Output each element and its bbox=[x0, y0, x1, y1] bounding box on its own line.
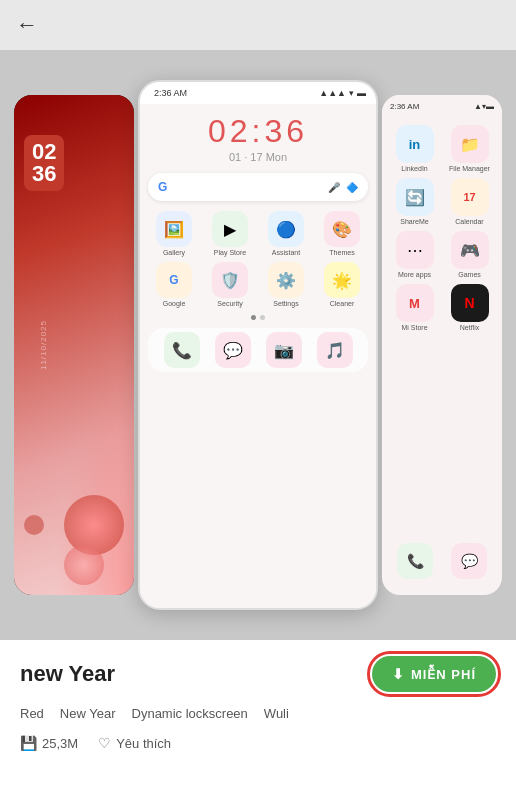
calendar-label: Calendar bbox=[455, 218, 483, 225]
assistant-icon: 🔵 bbox=[268, 211, 304, 247]
app-google[interactable]: G Google bbox=[148, 262, 200, 307]
dock-phone[interactable]: 📞 bbox=[164, 332, 200, 368]
cleaner-icon: 🌟 bbox=[324, 262, 360, 298]
calendar-icon: 17 bbox=[451, 178, 489, 216]
moreapps-label: More apps bbox=[398, 271, 431, 278]
app-gallery[interactable]: 🖼️ Gallery bbox=[148, 211, 200, 256]
app-calendar[interactable]: 17 Calendar bbox=[445, 178, 494, 225]
left-phone-time: 02 36 bbox=[24, 135, 64, 191]
meta-row: 💾 25,3M ♡ Yêu thích bbox=[20, 735, 496, 751]
preview-area: 11/10/2025 02 36 2:36 AM ▲▲▲ ▾ ▬ 02:36 0… bbox=[0, 50, 516, 640]
deco-small-circle bbox=[24, 515, 44, 535]
heart-icon: ♡ bbox=[98, 735, 111, 751]
dock-bar: 📞 💬 📷 🎵 bbox=[148, 328, 368, 372]
settings-icon: ⚙️ bbox=[268, 262, 304, 298]
app-cleaner[interactable]: 🌟 Cleaner bbox=[316, 262, 368, 307]
dot-1 bbox=[251, 315, 256, 320]
filemanager-icon: 📁 bbox=[451, 125, 489, 163]
right-app-grid: in LinkedIn 📁 File Manager 🔄 ShareMe 17 … bbox=[382, 117, 502, 339]
right-status-time: 2:36 AM bbox=[390, 102, 419, 111]
right-dock-msg[interactable]: 💬 bbox=[451, 543, 487, 579]
app-filemanager[interactable]: 📁 File Manager bbox=[445, 125, 494, 172]
lens-icon: 🔷 bbox=[346, 182, 358, 193]
vertical-date: 11/10/2025 bbox=[39, 320, 48, 370]
security-label: Security bbox=[217, 300, 242, 307]
deco-circle2 bbox=[64, 545, 104, 585]
shareme-icon: 🔄 bbox=[396, 178, 434, 216]
right-dock: 📞 💬 bbox=[382, 537, 502, 585]
battery-icon: ▬ bbox=[357, 88, 366, 98]
right-status-icons: ▲▾▬ bbox=[474, 102, 494, 111]
download-label: MIỄN PHÍ bbox=[411, 667, 476, 682]
gallery-icon: 🖼️ bbox=[156, 211, 192, 247]
status-icons: ▲▲▲ ▾ ▬ bbox=[319, 88, 366, 98]
phone-preview-left: 11/10/2025 02 36 bbox=[14, 95, 134, 595]
games-label: Games bbox=[458, 271, 481, 278]
right-dock-phone[interactable]: 📞 bbox=[397, 543, 433, 579]
mistore-label: Mi Store bbox=[401, 324, 427, 331]
moreapps-icon: ⋯ bbox=[396, 231, 434, 269]
themes-label: Themes bbox=[329, 249, 354, 256]
back-button[interactable]: ← bbox=[16, 14, 38, 36]
tag-wuli[interactable]: Wuli bbox=[264, 706, 289, 721]
google-label: Google bbox=[163, 300, 186, 307]
wifi-icon: ▾ bbox=[349, 88, 354, 98]
app-netflix[interactable]: N Netflix bbox=[445, 284, 494, 331]
app-settings[interactable]: ⚙️ Settings bbox=[260, 262, 312, 307]
app-linkedin[interactable]: in LinkedIn bbox=[390, 125, 439, 172]
center-date: 01 · 17 Mon bbox=[229, 151, 287, 163]
signal-icon: ▲▲▲ bbox=[319, 88, 346, 98]
app-games[interactable]: 🎮 Games bbox=[445, 231, 494, 278]
status-bar: 2:36 AM ▲▲▲ ▾ ▬ bbox=[140, 82, 376, 104]
download-icon: ⬇ bbox=[392, 666, 405, 682]
linkedin-label: LinkedIn bbox=[401, 165, 427, 172]
left-min: 36 bbox=[32, 163, 56, 185]
header: ← bbox=[0, 0, 516, 50]
tag-red[interactable]: Red bbox=[20, 706, 44, 721]
app-mistore[interactable]: M Mi Store bbox=[390, 284, 439, 331]
cleaner-label: Cleaner bbox=[330, 300, 355, 307]
google-icon: G bbox=[156, 262, 192, 298]
left-hour: 02 bbox=[32, 141, 56, 163]
search-bar[interactable]: G 🎤 🔷 bbox=[148, 173, 368, 201]
app-assistant[interactable]: 🔵 Assistant bbox=[260, 211, 312, 256]
tag-dynamic[interactable]: Dynamic lockscreen bbox=[132, 706, 248, 721]
file-size-item: 💾 25,3M bbox=[20, 735, 78, 751]
linkedin-icon: in bbox=[396, 125, 434, 163]
download-button[interactable]: ⬇ MIỄN PHÍ bbox=[372, 656, 496, 692]
theme-title: new Year bbox=[20, 661, 115, 687]
app-themes[interactable]: 🎨 Themes bbox=[316, 211, 368, 256]
themes-icon: 🎨 bbox=[324, 211, 360, 247]
filemanager-label: File Manager bbox=[449, 165, 490, 172]
app-shareme[interactable]: 🔄 ShareMe bbox=[390, 178, 439, 225]
dot-2 bbox=[260, 315, 265, 320]
assistant-label: Assistant bbox=[272, 249, 300, 256]
app-grid-row2: G Google 🛡️ Security ⚙️ Settings 🌟 Clean… bbox=[148, 262, 368, 307]
app-moreapps[interactable]: ⋯ More apps bbox=[390, 231, 439, 278]
tags-row: Red New Year Dynamic lockscreen Wuli bbox=[20, 706, 496, 721]
deco-circle bbox=[64, 495, 124, 555]
mistore-icon: M bbox=[396, 284, 434, 322]
settings-label: Settings bbox=[273, 300, 298, 307]
netflix-icon: N bbox=[451, 284, 489, 322]
phone-preview-center: 2:36 AM ▲▲▲ ▾ ▬ 02:36 01 · 17 Mon G 🎤 🔷 … bbox=[138, 80, 378, 610]
shareme-label: ShareMe bbox=[400, 218, 428, 225]
dock-camera[interactable]: 📷 bbox=[266, 332, 302, 368]
file-size: 25,3M bbox=[42, 736, 78, 751]
tag-newyear[interactable]: New Year bbox=[60, 706, 116, 721]
dock-music[interactable]: 🎵 bbox=[317, 332, 353, 368]
dock-messages[interactable]: 💬 bbox=[215, 332, 251, 368]
likes-item[interactable]: ♡ Yêu thích bbox=[98, 735, 171, 751]
center-time: 02:36 bbox=[208, 114, 308, 149]
playstore-icon: ▶ bbox=[212, 211, 248, 247]
status-time: 2:36 AM bbox=[150, 88, 187, 98]
netflix-label: Netflix bbox=[460, 324, 479, 331]
mic-icon: 🎤 bbox=[328, 182, 340, 193]
right-status-bar: 2:36 AM ▲▾▬ bbox=[382, 95, 502, 117]
app-playstore[interactable]: ▶ Play Store bbox=[204, 211, 256, 256]
app-security[interactable]: 🛡️ Security bbox=[204, 262, 256, 307]
security-icon: 🛡️ bbox=[212, 262, 248, 298]
app-grid-row1: 🖼️ Gallery ▶ Play Store 🔵 Assistant 🎨 Th… bbox=[148, 211, 368, 256]
title-row: new Year ⬇ MIỄN PHÍ bbox=[20, 656, 496, 692]
center-phone-body: 02:36 01 · 17 Mon G 🎤 🔷 🖼️ Gallery ▶ Pla… bbox=[140, 104, 376, 608]
